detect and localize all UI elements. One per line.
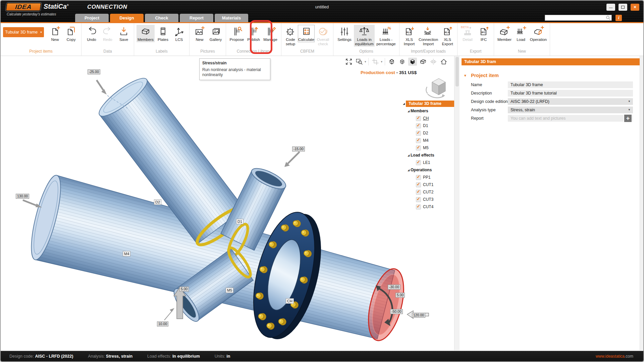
member-label-ch[interactable]: CH: [286, 298, 294, 304]
ribbon-button-xls-import[interactable]: XLSXLS Import: [402, 25, 417, 47]
ribbon-button-settings[interactable]: Settings: [336, 25, 353, 42]
ribbon-button-propose[interactable]: Propose: [228, 25, 245, 42]
member-label-d2[interactable]: D2: [154, 199, 161, 205]
ribbon-button-overall-check: Overall check: [315, 25, 331, 47]
tree-item-m5[interactable]: M5: [402, 144, 454, 152]
website-link[interactable]: www.ideastatica.com: [596, 354, 633, 359]
checkbox-checked-icon[interactable]: [416, 145, 421, 150]
tab-materials[interactable]: Materials: [215, 14, 248, 22]
ribbon-button-load[interactable]: Load: [513, 25, 529, 42]
ribbon-button-loads-percentage[interactable]: %Loads - percentage: [375, 25, 397, 47]
ribbon-button-members[interactable]: Members: [137, 25, 155, 42]
ribbon-button-member[interactable]: Member: [496, 25, 513, 42]
checkbox-checked-icon[interactable]: [416, 182, 421, 187]
tree-item-cut4[interactable]: CUT4: [402, 203, 454, 210]
ribbon-button-xls-export[interactable]: XLSXLS Export: [440, 25, 455, 47]
conn-import-icon: [423, 26, 434, 37]
ribbon-button-calculate[interactable]: Calculate: [298, 25, 315, 42]
field-name[interactable]: Tubular 3D frame: [508, 81, 633, 88]
view-cube[interactable]: [423, 75, 452, 104]
tooltip: Stress/strain Run nonlinear analysis - m…: [199, 58, 270, 80]
checkbox-checked-icon[interactable]: [416, 123, 421, 128]
checkbox-checked-icon[interactable]: [416, 175, 421, 180]
tab-check[interactable]: Check: [145, 14, 178, 22]
ribbon-button-ifc[interactable]: IFCIFC: [476, 25, 491, 42]
select-analysis-type[interactable]: Stress, strain▼: [508, 107, 633, 113]
solid-cube-icon[interactable]: [408, 58, 417, 66]
checkbox-checked-icon[interactable]: [416, 116, 421, 121]
close-button[interactable]: ✕: [631, 4, 639, 11]
zoom-window-icon[interactable]: [355, 58, 364, 66]
tree-item-le1[interactable]: LE1: [402, 159, 454, 166]
ribbon-button-operation[interactable]: Operation: [529, 25, 547, 42]
expander-icon[interactable]: ◢: [407, 154, 411, 157]
tree-item-cut2[interactable]: CUT2: [402, 188, 454, 196]
member-label-m4[interactable]: M4: [123, 251, 130, 256]
ribbon-button-undo[interactable]: Undo: [84, 25, 99, 42]
checkbox-checked-icon[interactable]: [416, 190, 421, 195]
checkbox-checked-icon[interactable]: [416, 138, 421, 143]
tree-item-d1[interactable]: D1: [402, 122, 454, 129]
ribbon-button-gallery[interactable]: Gallery: [208, 25, 223, 42]
tab-project[interactable]: Project: [75, 14, 109, 22]
checkbox-checked-icon[interactable]: [416, 160, 421, 165]
tree-item-cut1[interactable]: CUT1: [402, 181, 454, 188]
expander-icon[interactable]: ◢: [407, 169, 411, 172]
ribbon-group-label: Import/Export loads: [411, 49, 446, 54]
ribbon-button-new[interactable]: New: [192, 25, 207, 42]
ribbon-button-loads-in-equilibrium[interactable]: Loads in equilibrium: [354, 25, 375, 47]
ribbon-button-save[interactable]: Save: [116, 25, 131, 42]
info-button[interactable]: i: [615, 15, 622, 21]
minimize-button[interactable]: —: [606, 4, 615, 11]
maximize-button[interactable]: [619, 4, 627, 11]
toolbar-divider: [368, 58, 369, 65]
tree-item-m4[interactable]: M4: [402, 137, 454, 144]
member-label-m5[interactable]: M5: [226, 288, 233, 293]
tree-item-ch[interactable]: CH: [402, 115, 454, 122]
checkbox-checked-icon[interactable]: [416, 204, 421, 209]
field-report[interactable]: You can add text and pictures+: [508, 115, 633, 122]
wire-cube-icon[interactable]: [387, 58, 396, 66]
chevron-down-icon[interactable]: ▾: [381, 60, 382, 63]
tree-root-tubular-3d-frame[interactable]: Tubular 3D frame: [406, 101, 454, 107]
chevron-down-icon[interactable]: ▼: [628, 107, 631, 113]
fullscreen-icon[interactable]: [344, 58, 353, 66]
ghost-cube-icon[interactable]: [398, 58, 407, 66]
ribbon-button-copy[interactable]: Copy: [63, 25, 79, 42]
tab-design[interactable]: Design: [110, 14, 144, 22]
member-label-d1[interactable]: D1: [236, 219, 244, 224]
checkbox-checked-icon[interactable]: [416, 197, 421, 202]
section-collapse-icon[interactable]: ▼: [464, 74, 471, 77]
tree-item-pp1[interactable]: PP1: [402, 174, 454, 181]
tree-section-load-effects[interactable]: ◢Load effects: [402, 152, 454, 159]
tree-section-members[interactable]: ◢Members: [402, 107, 454, 115]
ribbon-group-label: Pictures: [200, 49, 215, 54]
checkbox-checked-icon[interactable]: [416, 131, 421, 136]
tree-section-operations[interactable]: ◢Operations: [402, 166, 454, 174]
viewport-scrollbar[interactable]: [454, 56, 460, 350]
section-cube-icon[interactable]: [419, 58, 427, 66]
ribbon-button-new[interactable]: New: [47, 25, 63, 42]
status-design-code: Design code: AISC - LRFD (2022): [9, 354, 73, 359]
tree-item-d2[interactable]: D2: [402, 129, 454, 137]
field-description[interactable]: Tubular 3D frame tutorial: [508, 90, 633, 97]
chevron-down-icon[interactable]: ▼: [628, 98, 631, 105]
expander-icon[interactable]: ◢: [407, 110, 411, 113]
ribbon-button-lcs[interactable]: LCS: [171, 25, 187, 42]
home-icon[interactable]: [439, 58, 448, 66]
chevron-down-icon[interactable]: ▾: [365, 60, 366, 63]
ribbon-button-code-setup[interactable]: </>Code setup: [284, 25, 297, 47]
expander-icon[interactable]: ◢: [402, 102, 406, 105]
search-box[interactable]: [545, 15, 612, 21]
search-input[interactable]: [545, 16, 605, 20]
tree-item-cut3[interactable]: CUT3: [402, 196, 454, 203]
add-report-content-button[interactable]: +: [624, 114, 632, 123]
img-new-icon: [194, 26, 205, 37]
ribbon-button-connection-import[interactable]: Connection Import: [417, 25, 439, 47]
viewport-3d[interactable]: ▾▾ Production cost - 351 US$ ◢Tubular 3D…: [3, 56, 454, 350]
panel-scrollbar[interactable]: [640, 56, 644, 350]
project-item-selector[interactable]: Tubular 3D frame▾: [3, 27, 44, 37]
ribbon-button-plates[interactable]: Plates: [155, 25, 171, 42]
tab-report[interactable]: Report: [180, 14, 213, 22]
select-design-code-edition[interactable]: AISC 360-22 (LRFD)▼: [508, 98, 633, 105]
